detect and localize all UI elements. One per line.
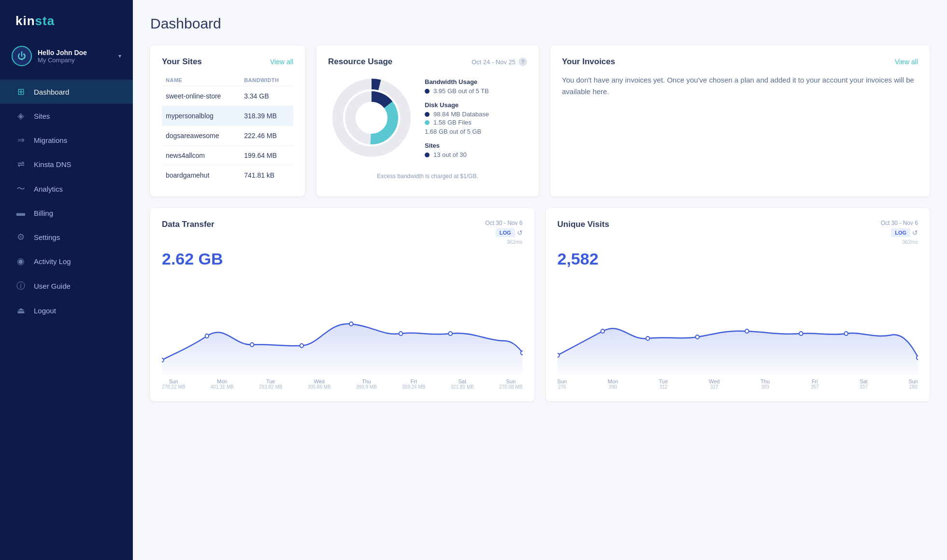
chart-label: Sat321.81 MB	[451, 378, 474, 390]
unique-visits-header: Unique Visits Oct 30 - Nov 6 LOG ↺ 362ms	[558, 220, 918, 245]
sidebar-item-label: Logout	[34, 307, 56, 315]
svg-point-15	[646, 336, 649, 340]
sidebar-item-label: Sites	[34, 112, 50, 120]
sidebar-item-label: Analytics	[34, 185, 63, 193]
sidebar-item-analytics[interactable]: 〜 Analytics	[0, 176, 133, 201]
unique-visits-meta: Oct 30 - Nov 6 LOG ↺ 362ms	[881, 220, 918, 245]
chart-label: Wed305.66 MB	[308, 378, 331, 390]
sites-dot	[425, 153, 430, 157]
logo: kinsta	[0, 0, 133, 40]
table-row[interactable]: sweet-online-store3.34 GB	[162, 86, 293, 106]
sidebar-item-label: Kinsta DNS	[34, 160, 72, 168]
svg-point-12	[521, 351, 523, 355]
sites-table: NAME BANDWIDTH sweet-online-store3.34 GB…	[162, 74, 293, 185]
chart-label: Tue312	[659, 378, 668, 390]
data-transfer-log-btn[interactable]: LOG	[496, 228, 515, 237]
invoices-view-all-link[interactable]: View all	[895, 58, 918, 66]
refresh-icon[interactable]: ↺	[517, 229, 523, 237]
unique-visits-log-btn[interactable]: LOG	[891, 228, 910, 237]
unique-visits-value: 2,582	[558, 250, 918, 268]
sites-col-bandwidth: BANDWIDTH	[240, 74, 293, 86]
sidebar-item-activity-log[interactable]: ◉ Activity Log	[0, 249, 133, 273]
site-name: boardgamehut	[162, 166, 240, 185]
data-transfer-card: Data Transfer Oct 30 - Nov 6 LOG ↺ 362ms…	[150, 208, 534, 401]
sidebar-item-label: Activity Log	[34, 257, 71, 266]
sidebar-item-label: Settings	[34, 233, 60, 241]
unique-visits-labels: Sun276Mon390Tue312Wed327Thu303Fri357Sat3…	[558, 378, 918, 390]
disk-total: 1.68 GB out of 5 GB	[425, 128, 527, 135]
sidebar-item-settings[interactable]: ⚙ Settings	[0, 225, 133, 249]
user-profile[interactable]: ⏻ Hello John Doe My Company ▾	[0, 40, 133, 76]
invoices-card-header: Your Invoices View all	[562, 57, 918, 67]
site-bandwidth: 222.46 MB	[240, 126, 293, 146]
svg-point-14	[601, 329, 604, 333]
disk-db-dot	[425, 112, 430, 117]
sidebar-item-label: Migrations	[34, 136, 67, 144]
sidebar-item-kinsta-dns[interactable]: ⇌ Kinsta DNS	[0, 152, 133, 176]
analytics-icon: 〜	[15, 183, 26, 195]
charts-row: Data Transfer Oct 30 - Nov 6 LOG ↺ 362ms…	[150, 208, 930, 401]
data-transfer-labels: Sun278.22 MBMon401.31 MBTue293.82 MBWed3…	[162, 378, 523, 390]
activity-log-icon: ◉	[15, 256, 26, 266]
sidebar-item-dashboard[interactable]: ⊞ Dashboard	[0, 80, 133, 104]
data-transfer-chart	[162, 278, 523, 375]
sidebar-item-billing[interactable]: ▬ Billing	[0, 201, 133, 225]
chart-label: Sun280	[908, 378, 918, 390]
chart-label: Sun270.08 MB	[499, 378, 522, 390]
resource-card-header: Resource Usage Oct 24 - Nov 25 ?	[328, 57, 527, 67]
site-bandwidth: 199.64 MB	[240, 146, 293, 166]
main-content: Dashboard Your Sites View all NAME BANDW…	[133, 0, 947, 560]
table-row[interactable]: news4allcom199.64 MB	[162, 146, 293, 166]
disk-files-value: 1.58 GB Files	[425, 119, 527, 126]
chart-label: Wed327	[709, 378, 719, 390]
avatar: ⏻	[12, 46, 32, 66]
billing-icon: ▬	[15, 208, 26, 218]
chart-label: Sun278.22 MB	[162, 378, 185, 390]
resource-body: Bandwidth Usage 3.95 GB out of 5 TB Disk…	[328, 74, 527, 165]
refresh-icon-uv[interactable]: ↺	[912, 229, 918, 237]
dropdown-arrow: ▾	[118, 53, 121, 59]
resource-legend: Bandwidth Usage 3.95 GB out of 5 TB Disk…	[425, 74, 527, 165]
sidebar-item-logout[interactable]: ⏏ Logout	[0, 298, 133, 322]
bandwidth-legend-title: Bandwidth Usage	[425, 78, 527, 85]
sidebar-item-sites[interactable]: ◈ Sites	[0, 104, 133, 128]
chart-label: Fri357	[811, 378, 819, 390]
site-bandwidth: 318.39 MB	[240, 106, 293, 126]
svg-point-6	[205, 334, 209, 338]
sidebar-nav: ⊞ Dashboard ◈ Sites ⇒ Migrations ⇌ Kinst…	[0, 76, 133, 560]
table-row[interactable]: boardgamehut741.81 kB	[162, 166, 293, 185]
chart-label: Mon390	[608, 378, 618, 390]
disk-legend: Disk Usage 98.84 MB Database 1.58 GB Fil…	[425, 101, 527, 135]
site-name: dogsareawesome	[162, 126, 240, 146]
table-row[interactable]: mypersonalblog318.39 MB	[162, 106, 293, 126]
resource-date-range: Oct 24 - Nov 25 ?	[472, 57, 527, 66]
table-row[interactable]: dogsareawesome222.46 MB	[162, 126, 293, 146]
unique-visits-date: Oct 30 - Nov 6	[881, 220, 918, 226]
resource-card-title: Resource Usage	[328, 57, 392, 67]
data-transfer-meta: Oct 30 - Nov 6 LOG ↺ 362ms	[485, 220, 522, 245]
disk-legend-title: Disk Usage	[425, 101, 527, 109]
dashboard-icon: ⊞	[15, 86, 26, 97]
user-info: Hello John Doe My Company	[38, 49, 113, 64]
sidebar-item-migrations[interactable]: ⇒ Migrations	[0, 128, 133, 152]
sidebar-item-label: Dashboard	[34, 88, 69, 96]
page-title: Dashboard	[150, 15, 930, 32]
svg-point-19	[844, 332, 847, 336]
sidebar-item-user-guide[interactable]: ⓘ User Guide	[0, 273, 133, 298]
invoices-card: Your Invoices View all You don't have an…	[550, 45, 930, 196]
svg-point-11	[448, 332, 452, 336]
data-transfer-value: 2.62 GB	[162, 250, 523, 268]
settings-icon: ⚙	[15, 232, 26, 242]
svg-point-10	[399, 332, 402, 336]
disk-database-value: 98.84 MB Database	[425, 111, 527, 118]
top-cards-row: Your Sites View all NAME BANDWIDTH sweet…	[150, 45, 930, 196]
svg-point-13	[558, 353, 560, 357]
sites-view-all-link[interactable]: View all	[270, 58, 293, 66]
data-transfer-date: Oct 30 - Nov 6	[485, 220, 522, 226]
unique-visits-card: Unique Visits Oct 30 - Nov 6 LOG ↺ 362ms…	[546, 208, 930, 401]
data-transfer-header: Data Transfer Oct 30 - Nov 6 LOG ↺ 362ms	[162, 220, 523, 245]
help-icon[interactable]: ?	[518, 57, 527, 66]
svg-point-5	[162, 358, 164, 362]
svg-point-7	[250, 343, 254, 347]
bandwidth-dot	[425, 89, 430, 94]
